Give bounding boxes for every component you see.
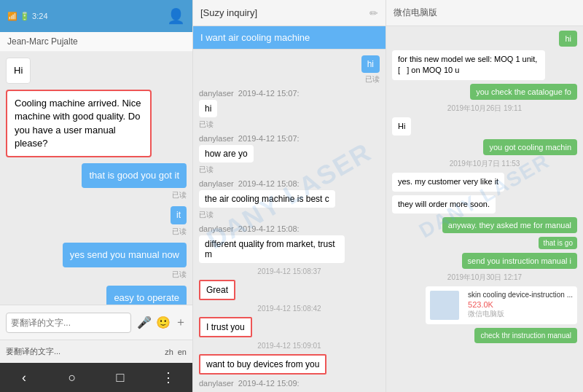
list-item: hi 已读 [199, 55, 380, 85]
product-name: skin cooling device-instruction ... [468, 291, 573, 299]
right-header: 微信电脑版 [386, 0, 583, 26]
bubble-hi: Hi [6, 58, 31, 84]
bubble-hi-green: hi [559, 31, 577, 47]
bubble-manual: yes send you manual now [63, 243, 187, 267]
translate-label: 要翻译的文字... [6, 346, 60, 357]
lang-zh[interactable]: zh [165, 348, 173, 356]
product-card: skin cooling device-instruction ... 523.… [426, 286, 577, 324]
list-item: anyway. they asked me for manual [392, 217, 577, 233]
bubble-good: that is good you got it [82, 163, 187, 188]
lang-en[interactable]: en [178, 348, 187, 356]
list-item: danylaser 2019-4-12 15:08: different qua… [199, 224, 380, 263]
list-item: I trust you [199, 317, 380, 337]
list-item: hi [392, 31, 577, 47]
contact-name: Jean-Marc Pujalte [0, 32, 192, 52]
bubble-great: Great [199, 280, 235, 300]
list-item: Cooling machine arrived. Nice machine wi… [6, 90, 152, 157]
bubble-catalogue: you check the catalogue fo [470, 84, 577, 100]
square-icon[interactable]: □ [111, 369, 129, 386]
list-item: you got cooling machin [392, 139, 577, 155]
bubble-operate: easy to operate [106, 286, 187, 305]
list-item: Hi [392, 117, 577, 136]
time-label: 2019年10月30日 12:17 [392, 273, 577, 283]
bubble-that-is-go: that is go [539, 237, 577, 249]
product-size: 523.0K [468, 300, 573, 309]
mic-icon[interactable]: 🎤 [137, 315, 152, 329]
list-item: Hi [6, 58, 31, 84]
list-item: yes send you manual now 已读 [63, 243, 187, 280]
bubble-hi-white: Hi [392, 117, 411, 136]
list-item: that is good you got it 已读 [82, 163, 187, 200]
list-item: you check the catalogue fo [392, 84, 577, 100]
emoji-icon[interactable]: 🙂 [156, 315, 171, 329]
bubble-got-cooling: you got cooling machin [483, 139, 577, 155]
list-item: skin cooling device-instruction ... 523.… [392, 286, 577, 324]
list-item: danylaser 2019-4-12 15:07: hi 已读 [199, 89, 380, 130]
mid-header: [Suzy inquiry] ✏ [193, 0, 386, 26]
list-item: they will order more soon. [392, 195, 577, 213]
list-item: danylaser 2019-4-12 15:09: [199, 379, 380, 388]
nav-bar: ‹ ○ □ ⋮ [0, 363, 192, 392]
left-chat-area: Hi Cooling machine arrived. Nice machine… [0, 52, 192, 305]
time-label: 2019-4-12 15:08:37 [199, 267, 380, 275]
list-item: that is go [392, 237, 577, 249]
time-label: 2019-4-12 15:09:01 [199, 342, 380, 350]
mid-panel: [Suzy inquiry] ✏ I want air cooling mach… [193, 0, 386, 392]
time-label: 2019年10月7日 11:53 [392, 159, 577, 169]
bubble-howareyou: how are yo [199, 145, 254, 162]
left-header: 📶 🔋 3:24 👤 [0, 0, 192, 32]
bubble-trust: I trust you [199, 317, 252, 337]
right-panel: 微信电脑版 hi for this new model we sell: MOQ… [386, 0, 583, 392]
product-label: 微信电脑版 [468, 309, 573, 319]
list-item: easy to operate 已读 [106, 286, 187, 305]
bubble-send-instruction: send you instruction manual i [462, 253, 577, 269]
product-thumbnail [430, 291, 459, 320]
list-item: it 已读 [171, 206, 187, 237]
time-label: 2019-4-12 15:08:42 [199, 305, 380, 313]
list-item: send you instruction manual i [392, 253, 577, 269]
status-icons: 📶 🔋 3:24 [7, 12, 48, 21]
left-panel: 📶 🔋 3:24 👤 Jean-Marc Pujalte Hi Cooling … [0, 0, 193, 392]
bubble-moq: for this new model we sell: MOQ 1 unit, … [392, 50, 545, 80]
product-info: skin cooling device-instruction ... 523.… [468, 291, 573, 319]
bubble-it: it [171, 206, 187, 224]
bubble-customer-like: yes. my customer very like it [392, 173, 504, 191]
bubble-hi-left: hi [199, 100, 217, 117]
list-item: yes. my customer very like it [392, 173, 577, 191]
menu-icon[interactable]: ⋮ [160, 369, 177, 386]
edit-icon[interactable]: ✏ [369, 7, 378, 19]
time-label: 2019年10月26日 19:11 [392, 103, 577, 114]
input-bar: 🎤 🙂 ＋ [0, 305, 192, 340]
home-icon[interactable]: ○ [63, 369, 81, 386]
lang-bar: 要翻译的文字... zh en [0, 340, 192, 363]
bubble-aircooling: the air cooling machine is best c [199, 190, 335, 208]
list-item: danylaser 2019-4-12 15:07: how are yo 已读 [199, 134, 380, 175]
bubble-cooling: Cooling machine arrived. Nice machine wi… [6, 90, 152, 157]
back-icon[interactable]: ‹ [15, 369, 33, 386]
mid-chat-area: hi 已读 danylaser 2019-4-12 15:07: hi 已读 d… [193, 50, 386, 392]
bubble-order-more: they will order more soon. [392, 195, 496, 213]
list-item: for this new model we sell: MOQ 1 unit, … [392, 50, 577, 80]
add-icon[interactable]: ＋ [175, 315, 187, 330]
list-item: Great [199, 280, 380, 300]
bubble-buy: want to buy devices from you [199, 354, 326, 375]
right-chat-area: hi for this new model we sell: MOQ 1 uni… [386, 26, 583, 392]
bubble-quality: different quality from market, trust m [199, 235, 345, 263]
bubble-check-instruction: check thr instruction manual [474, 328, 577, 343]
bubble-asked-manual: anyway. they asked me for manual [442, 217, 577, 233]
list-item: want to buy devices from you [199, 354, 380, 375]
list-item: check thr instruction manual [392, 328, 577, 343]
top-inquiry-msg: I want air cooling machine [193, 26, 386, 50]
user-icon[interactable]: 👤 [167, 7, 185, 25]
bubble-hi-right: hi [361, 55, 380, 73]
message-input[interactable] [6, 313, 131, 333]
input-icons: 🎤 🙂 ＋ [137, 315, 187, 330]
list-item: danylaser 2019-4-12 15:08: the air cooli… [199, 179, 380, 220]
